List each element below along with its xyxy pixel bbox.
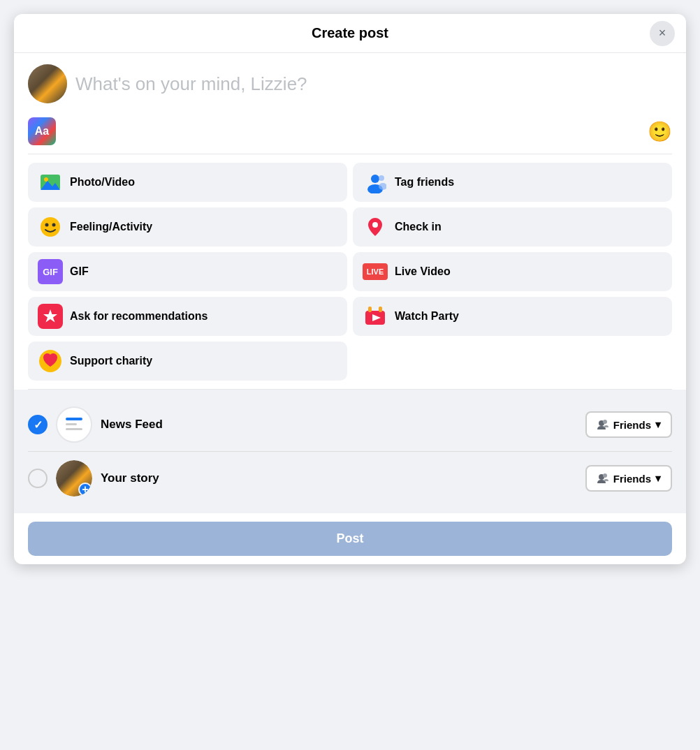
your-story-checkbox[interactable] (28, 469, 48, 488)
gif-icon: GIF (38, 259, 63, 284)
compose-area: What's on your mind, Lizzie? (14, 53, 686, 115)
svg-point-22 (603, 420, 607, 424)
feeling-button[interactable]: Feeling/Activity (28, 207, 347, 247)
toolbar-row: Aa 🙂 (14, 115, 686, 154)
svg-point-11 (372, 222, 378, 228)
your-story-audience-button[interactable]: Friends ▾ (585, 465, 672, 492)
watch-party-button[interactable]: Watch Party (353, 297, 672, 336)
photo-video-icon (38, 170, 63, 195)
bottom-section: News Feed Friends ▾ + Your story Friends… (14, 390, 686, 513)
modal-header: Create post × (14, 14, 686, 53)
modal-title: Create post (312, 25, 388, 41)
tag-friends-button[interactable]: Tag friends (353, 163, 672, 202)
close-button[interactable]: × (650, 21, 675, 46)
svg-rect-15 (368, 307, 372, 312)
gif-label: GIF (70, 265, 89, 278)
live-video-icon: LIVE (363, 263, 388, 280)
create-post-modal: Create post × What's on your mind, Lizzi… (14, 14, 686, 564)
emoji-button[interactable]: 🙂 (648, 120, 672, 143)
check-in-icon (363, 214, 388, 240)
feeling-icon (38, 214, 63, 240)
post-button[interactable]: Post (28, 522, 672, 556)
gif-button[interactable]: GIF GIF (28, 252, 347, 291)
recommendations-icon (38, 304, 63, 329)
news-feed-label: News Feed (101, 418, 577, 432)
tag-friends-icon (363, 170, 388, 195)
feeling-label: Feeling/Activity (70, 221, 152, 233)
news-feed-icon (56, 406, 92, 443)
svg-point-2 (44, 177, 48, 182)
your-story-avatar: + (56, 460, 92, 497)
avatar-image (28, 64, 67, 103)
your-story-row: + Your story Friends ▾ (28, 451, 672, 505)
recommendations-button[interactable]: Ask for recommendations (28, 297, 347, 336)
photo-video-label: Photo/Video (70, 176, 135, 189)
story-plus-badge: + (78, 483, 92, 497)
news-feed-audience-button[interactable]: Friends ▾ (585, 411, 672, 438)
watch-party-label: Watch Party (395, 310, 459, 323)
news-feed-checkbox[interactable] (28, 415, 48, 434)
watch-party-icon (363, 304, 388, 329)
svg-point-6 (379, 175, 384, 181)
svg-rect-16 (379, 307, 382, 312)
actions-grid: Photo/Video Tag friends (14, 154, 686, 389)
user-avatar (28, 64, 67, 103)
news-feed-audience-chevron: ▾ (655, 418, 661, 431)
check-in-label: Check in (395, 221, 442, 233)
news-feed-row: News Feed Friends ▾ (28, 398, 672, 451)
charity-button[interactable]: Support charity (28, 341, 347, 381)
compose-placeholder[interactable]: What's on your mind, Lizzie? (75, 64, 307, 103)
svg-rect-19 (66, 423, 77, 425)
tag-friends-label: Tag friends (395, 176, 454, 189)
your-story-label: Your story (101, 471, 577, 485)
recommendations-label: Ask for recommendations (70, 310, 207, 323)
live-video-button[interactable]: LIVE Live Video (353, 252, 672, 291)
svg-rect-18 (66, 418, 82, 420)
news-feed-audience-label: Friends (613, 419, 651, 431)
svg-point-9 (45, 223, 49, 227)
font-style-button[interactable]: Aa (28, 117, 56, 145)
photo-video-button[interactable]: Photo/Video (28, 163, 347, 202)
svg-rect-20 (66, 428, 82, 430)
svg-point-24 (603, 473, 607, 478)
svg-point-8 (41, 217, 60, 237)
check-in-button[interactable]: Check in (353, 207, 672, 247)
your-story-audience-chevron: ▾ (655, 472, 661, 485)
charity-icon (38, 348, 63, 374)
svg-point-10 (52, 223, 56, 227)
live-video-label: Live Video (395, 265, 451, 278)
your-story-audience-label: Friends (613, 473, 651, 485)
svg-point-4 (371, 175, 379, 183)
charity-label: Support charity (70, 355, 152, 367)
